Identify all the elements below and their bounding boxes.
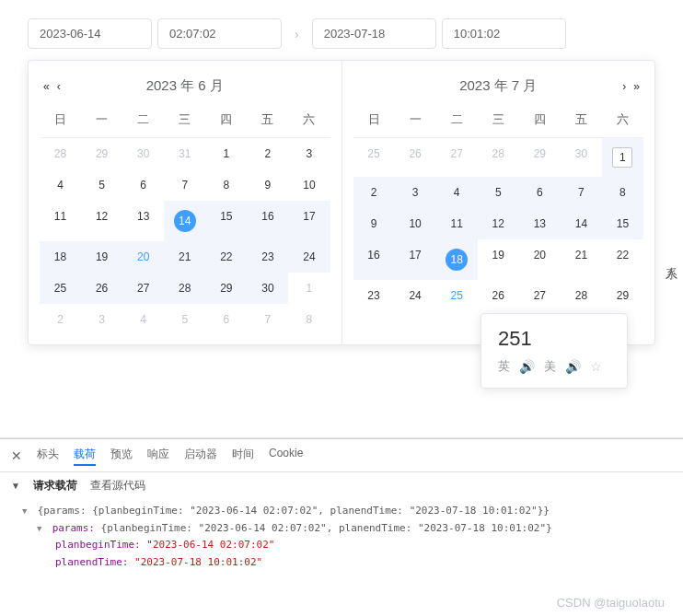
- devtools-tab[interactable]: 预览: [110, 445, 133, 466]
- next-year-button[interactable]: »: [630, 80, 643, 93]
- day-cell[interactable]: 29: [205, 273, 247, 304]
- start-time-input[interactable]: [157, 18, 282, 49]
- day-cell[interactable]: 21: [164, 241, 205, 273]
- day-cell[interactable]: 18: [436, 239, 478, 280]
- sidebar-contact[interactable]: 系人: [659, 254, 683, 262]
- day-cell[interactable]: 21: [561, 239, 602, 280]
- day-cell[interactable]: 22: [602, 239, 643, 280]
- day-cell[interactable]: 20: [519, 239, 561, 280]
- day-cell[interactable]: 15: [205, 201, 247, 241]
- next-month-button[interactable]: ›: [619, 80, 630, 93]
- prev-year-button[interactable]: «: [40, 80, 53, 93]
- day-cell[interactable]: 10: [288, 169, 330, 201]
- day-cell[interactable]: 3: [288, 138, 330, 169]
- day-cell[interactable]: 7: [164, 169, 205, 201]
- day-cell[interactable]: 3: [81, 304, 122, 335]
- day-cell[interactable]: 30: [122, 138, 164, 169]
- day-cell[interactable]: 12: [81, 201, 122, 241]
- day-cell[interactable]: 1: [205, 138, 247, 169]
- day-cell[interactable]: 5: [164, 304, 205, 335]
- expand-icon[interactable]: ▼: [37, 522, 46, 536]
- day-cell[interactable]: 3: [395, 177, 436, 208]
- day-cell[interactable]: 26: [478, 280, 519, 311]
- day-cell[interactable]: 22: [205, 241, 247, 273]
- day-cell[interactable]: 9: [353, 208, 395, 239]
- day-cell[interactable]: 10: [395, 208, 436, 239]
- day-cell[interactable]: 29: [519, 138, 561, 177]
- devtools-tab[interactable]: Cookie: [269, 445, 303, 466]
- day-cell[interactable]: 18: [40, 241, 81, 273]
- day-cell[interactable]: 19: [81, 241, 122, 273]
- day-cell[interactable]: 24: [395, 280, 436, 311]
- day-cell[interactable]: 26: [395, 138, 436, 177]
- day-cell[interactable]: 6: [205, 304, 247, 335]
- day-cell[interactable]: 11: [436, 208, 478, 239]
- day-cell[interactable]: 29: [602, 280, 643, 311]
- day-cell[interactable]: 4: [436, 177, 478, 208]
- day-cell[interactable]: 13: [519, 208, 561, 239]
- day-cell[interactable]: 8: [602, 177, 643, 208]
- day-cell[interactable]: 29: [81, 138, 122, 169]
- prev-month-button[interactable]: ‹: [53, 80, 64, 93]
- day-cell[interactable]: 25: [436, 280, 478, 311]
- day-cell[interactable]: 11: [40, 201, 81, 241]
- devtools-tab[interactable]: 启动器: [184, 445, 217, 466]
- day-cell[interactable]: 14: [561, 208, 602, 239]
- day-cell[interactable]: 6: [519, 177, 561, 208]
- day-cell[interactable]: 14: [164, 201, 205, 241]
- day-cell[interactable]: 25: [353, 138, 395, 177]
- day-cell[interactable]: 30: [561, 138, 602, 177]
- day-cell[interactable]: 8: [288, 304, 330, 335]
- day-cell[interactable]: 17: [395, 239, 436, 280]
- day-cell[interactable]: 8: [205, 169, 247, 201]
- day-cell[interactable]: 7: [247, 304, 288, 335]
- day-cell[interactable]: 28: [164, 273, 205, 304]
- start-date-input[interactable]: [28, 18, 152, 49]
- day-cell[interactable]: 24: [288, 241, 330, 273]
- day-cell[interactable]: 30: [247, 273, 288, 304]
- day-cell[interactable]: 9: [247, 169, 288, 201]
- day-cell[interactable]: 5: [478, 177, 519, 208]
- day-cell[interactable]: 27: [122, 273, 164, 304]
- day-cell[interactable]: 4: [122, 304, 164, 335]
- devtools-tab[interactable]: 响应: [147, 445, 169, 466]
- day-cell[interactable]: 5: [81, 169, 122, 201]
- day-cell[interactable]: 17: [288, 201, 330, 241]
- day-cell[interactable]: 6: [122, 169, 164, 201]
- day-cell[interactable]: 28: [40, 138, 81, 169]
- end-time-input[interactable]: [442, 18, 566, 49]
- collapse-arrow-icon[interactable]: ▼: [11, 481, 20, 491]
- day-cell[interactable]: 1: [288, 273, 330, 304]
- day-cell[interactable]: 7: [561, 177, 602, 208]
- day-cell[interactable]: 23: [353, 280, 395, 311]
- day-cell[interactable]: 23: [247, 241, 288, 273]
- day-cell[interactable]: 2: [247, 138, 288, 169]
- day-cell[interactable]: 13: [122, 201, 164, 241]
- view-source-link[interactable]: 查看源代码: [90, 478, 145, 494]
- day-cell[interactable]: 15: [602, 208, 643, 239]
- day-cell[interactable]: 31: [164, 138, 205, 169]
- close-icon[interactable]: ✕: [11, 448, 22, 463]
- day-cell[interactable]: 12: [478, 208, 519, 239]
- devtools-tab[interactable]: 时间: [232, 445, 254, 466]
- expand-icon[interactable]: ▼: [22, 505, 31, 518]
- day-cell[interactable]: 2: [353, 177, 395, 208]
- day-cell[interactable]: 2: [40, 304, 81, 335]
- day-cell[interactable]: 28: [561, 280, 602, 311]
- day-cell[interactable]: 4: [40, 169, 81, 201]
- day-cell[interactable]: 26: [81, 273, 122, 304]
- devtools-tab[interactable]: 载荷: [74, 445, 96, 466]
- day-cell[interactable]: 25: [40, 273, 81, 304]
- day-cell[interactable]: 27: [436, 138, 478, 177]
- star-icon[interactable]: ☆: [590, 359, 602, 374]
- day-cell[interactable]: 20: [122, 241, 164, 273]
- day-cell[interactable]: 1: [602, 138, 643, 177]
- day-cell[interactable]: 28: [478, 138, 519, 177]
- end-date-input[interactable]: [312, 18, 436, 49]
- day-cell[interactable]: 19: [478, 239, 519, 280]
- devtools-tab[interactable]: 标头: [37, 445, 59, 466]
- speaker-icon[interactable]: 🔊: [519, 359, 535, 374]
- speaker-icon[interactable]: 🔊: [565, 359, 581, 374]
- day-cell[interactable]: 27: [519, 280, 561, 311]
- day-cell[interactable]: 16: [353, 239, 395, 280]
